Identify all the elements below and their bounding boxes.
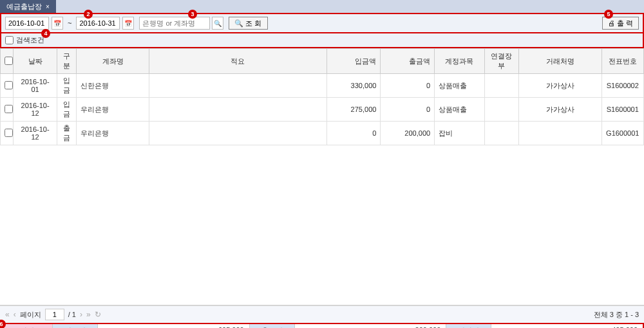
- tilde: ~: [68, 19, 71, 27]
- cell-in: 0: [327, 122, 381, 145]
- badge-5: 5: [604, 10, 613, 19]
- col-ledger: 연결장부: [484, 49, 518, 74]
- search-button[interactable]: 🔍 조 회: [229, 17, 267, 30]
- cell-type: 입금: [57, 74, 77, 98]
- pager-page-input[interactable]: [45, 309, 64, 320]
- badge-2: 2: [84, 10, 93, 19]
- row-checkbox[interactable]: [5, 105, 13, 113]
- pager-label: 페이지: [20, 310, 41, 320]
- pager: « ‹ 페이지 / 1 › » ↻ 전체 3 중 1 - 3: [0, 305, 644, 323]
- cell-account: 우리은행: [77, 122, 149, 145]
- cell-type: 출금: [57, 122, 77, 145]
- date-from-input[interactable]: [5, 17, 49, 30]
- badge-4: 4: [41, 29, 50, 38]
- cell-out: 0: [381, 74, 435, 98]
- cell-account: 신한은행: [77, 74, 149, 98]
- summary-bal-label: 현잔액: [446, 324, 491, 328]
- pager-first-icon[interactable]: «: [5, 310, 10, 319]
- search-icon[interactable]: 🔍: [212, 17, 223, 30]
- col-withdrawal: 출금액: [381, 49, 435, 74]
- summary-bar: 6 합계 입금액 605,000 출금액 200,000 현잔액 405,000: [0, 323, 644, 328]
- cell-link: [484, 74, 518, 98]
- badge-6: 6: [0, 320, 6, 328]
- select-all-checkbox[interactable]: [5, 57, 13, 65]
- col-vendor: 거래처명: [518, 49, 601, 74]
- col-account: 계좌명: [77, 49, 149, 74]
- cell-cat: 상품매출: [435, 74, 485, 98]
- pager-prev-icon[interactable]: ‹: [14, 310, 16, 319]
- cell-out: 200,000: [381, 122, 435, 145]
- pager-info: 전체 3 중 1 - 3: [594, 310, 639, 320]
- cell-date: 2016-10-12: [14, 122, 57, 145]
- col-date: 날짜: [14, 49, 57, 74]
- cell-in: 330,000: [327, 74, 381, 98]
- print-icon: 🖨: [608, 19, 615, 27]
- summary-bal-value: 405,000: [491, 324, 643, 328]
- table-row[interactable]: 2016-10-01입금신한은행330,0000상품매출가가상사S1600002: [1, 74, 644, 98]
- table-row[interactable]: 2016-10-12출금우리은행0200,000잡비G1600001: [1, 122, 644, 145]
- cell-desc: [149, 98, 327, 122]
- table-row[interactable]: 2016-10-12입금우리은행275,0000상품매출가가상사S1600001: [1, 98, 644, 122]
- cell-vendor: [518, 122, 601, 145]
- cell-in: 275,000: [327, 98, 381, 122]
- cell-vendor: 가가상사: [518, 98, 601, 122]
- print-btn-label: 출 력: [617, 19, 633, 28]
- print-button[interactable]: 🖨 출 력: [602, 17, 639, 30]
- close-icon[interactable]: ×: [46, 3, 50, 10]
- cell-date: 2016-10-12: [14, 98, 57, 122]
- summary-out-value: 200,000: [295, 324, 447, 328]
- col-deposit: 입금액: [327, 49, 381, 74]
- cell-vendor: 가가상사: [518, 74, 601, 98]
- col-slip: 전표번호: [601, 49, 643, 74]
- row-checkbox[interactable]: [5, 81, 13, 89]
- badge-3: 3: [188, 10, 197, 19]
- condition-label: 검색조건: [16, 35, 44, 45]
- col-checkbox: [1, 49, 14, 74]
- toolbar: 2 3 5 📅 ~ 📅 🔍 🔍 조 회 🖨 출 력: [0, 13, 644, 33]
- summary-in-value: 605,000: [98, 324, 250, 328]
- cell-link: [484, 122, 518, 145]
- row-checkbox[interactable]: [5, 129, 13, 137]
- pager-total: / 1: [68, 311, 76, 318]
- table-header-row: 날짜 구분 계좌명 적요 입금액 출금액 계정과목 연결장부 거래처명 전표번호: [1, 49, 644, 74]
- data-table: 날짜 구분 계좌명 적요 입금액 출금액 계정과목 연결장부 거래처명 전표번호…: [0, 48, 644, 145]
- search-btn-label: 조 회: [245, 19, 261, 28]
- cell-date: 2016-10-01: [14, 74, 57, 98]
- condition-bar: 4 검색조건: [0, 33, 644, 48]
- pager-next-icon[interactable]: ›: [80, 310, 82, 319]
- cell-type: 입금: [57, 98, 77, 122]
- refresh-icon[interactable]: ↻: [95, 310, 101, 319]
- summary-in-label: 입금액: [53, 324, 98, 328]
- cell-slip: S1600002: [601, 74, 643, 98]
- cell-link: [484, 98, 518, 122]
- summary-total-label: 합계: [1, 324, 53, 328]
- active-tab[interactable]: 예금출납장 ×: [0, 0, 56, 14]
- tab-bar: 예금출납장 ×: [0, 0, 644, 13]
- date-to-input[interactable]: [76, 17, 120, 30]
- tab-title: 예금출납장: [6, 2, 42, 12]
- col-category: 계정과목: [435, 49, 485, 74]
- col-description: 적요: [149, 49, 327, 74]
- summary-out-label: 출금액: [250, 324, 295, 328]
- cell-out: 0: [381, 98, 435, 122]
- search-icon-small: 🔍: [234, 19, 243, 28]
- pager-last-icon[interactable]: »: [86, 310, 91, 319]
- cell-slip: S1600001: [601, 98, 643, 122]
- calendar-icon[interactable]: 📅: [122, 17, 134, 30]
- cell-slip: G1600001: [601, 122, 643, 145]
- col-type: 구분: [57, 49, 77, 74]
- condition-checkbox[interactable]: [5, 36, 14, 44]
- cell-cat: 상품매출: [435, 98, 485, 122]
- cell-cat: 잡비: [435, 122, 485, 145]
- cell-account: 우리은행: [77, 98, 149, 122]
- cell-desc: [149, 122, 327, 145]
- calendar-icon[interactable]: 📅: [52, 17, 63, 30]
- data-table-wrap: 날짜 구분 계좌명 적요 입금액 출금액 계정과목 연결장부 거래처명 전표번호…: [0, 48, 644, 305]
- cell-desc: [149, 74, 327, 98]
- search-input[interactable]: [139, 17, 210, 30]
